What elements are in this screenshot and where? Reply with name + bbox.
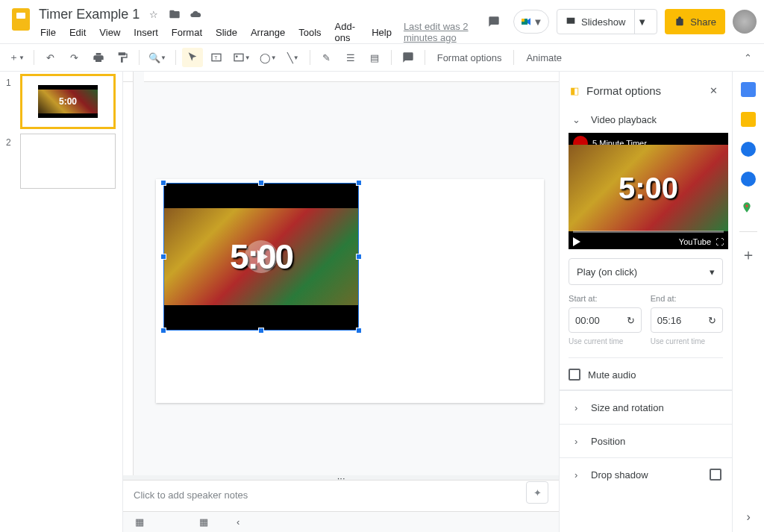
slide-thumb-2[interactable] (21, 134, 115, 188)
slide-stage[interactable]: 5:00 (134, 82, 559, 475)
menu-edit[interactable]: Edit (68, 25, 87, 40)
svg-point-3 (236, 55, 238, 57)
maps-icon[interactable] (741, 201, 756, 216)
start-at-input[interactable]: 00:00 ↻ (569, 307, 642, 333)
share-label: Share (690, 16, 716, 28)
menu-insert[interactable]: Insert (132, 25, 160, 40)
calendar-icon[interactable] (741, 82, 756, 97)
slides-logo[interactable] (7, 6, 34, 33)
menu-format[interactable]: Format (170, 25, 204, 40)
border-color-icon[interactable]: ✎ (316, 48, 337, 67)
refresh-icon[interactable]: ↻ (708, 315, 716, 326)
image-icon[interactable]: ▼ (230, 48, 254, 67)
thumb-timer: 5:00 (59, 96, 77, 107)
cloud-icon[interactable] (189, 7, 202, 21)
canvas-column: 5:00 ··· Click to add (123, 72, 559, 532)
close-icon[interactable]: ✕ (705, 82, 721, 98)
fullscreen-icon[interactable]: ⛶ (716, 237, 724, 246)
menu-view[interactable]: View (98, 25, 122, 40)
line-icon[interactable]: ╲▼ (283, 48, 304, 67)
animate-button[interactable]: Animate (520, 48, 568, 67)
video-playback-header[interactable]: ⌄ Video playback (560, 106, 732, 133)
menu-help[interactable]: Help (370, 25, 393, 40)
preview-play-icon[interactable] (573, 237, 580, 246)
comment-history-icon[interactable] (482, 10, 506, 34)
main-body: 1 5:00 2 5:00 (0, 72, 764, 532)
refresh-icon[interactable]: ↻ (627, 315, 635, 326)
slide-thumb-1[interactable]: 5:00 (21, 75, 115, 128)
mute-checkbox[interactable] (569, 369, 580, 381)
video-object[interactable]: 5:00 (163, 183, 359, 331)
mute-label: Mute audio (588, 369, 636, 381)
share-button[interactable]: Share (665, 9, 725, 34)
shape-icon[interactable]: ◯▼ (257, 48, 280, 67)
video-progress[interactable] (573, 231, 724, 233)
last-edit-link[interactable]: Last edit was 2 minutes ago (404, 21, 482, 43)
end-at-input[interactable]: 05:16 ↻ (651, 307, 724, 333)
start-hint[interactable]: Use current time (569, 337, 642, 345)
start-at-value: 00:00 (575, 315, 600, 326)
account-avatar[interactable] (733, 10, 757, 34)
collapse-filmstrip-icon[interactable]: ‹ (229, 513, 247, 531)
size-rotation-section[interactable]: › Size and rotation (560, 390, 732, 424)
drop-shadow-section[interactable]: › Drop shadow (560, 457, 732, 491)
chevron-right-icon: › (570, 435, 582, 447)
size-rotation-label: Size and rotation (591, 402, 664, 413)
print-icon[interactable] (88, 48, 109, 67)
move-icon[interactable] (168, 7, 181, 21)
chevron-right-icon: › (570, 469, 582, 481)
text-box-icon[interactable]: T (206, 48, 227, 67)
slide-number-1: 1 (6, 75, 16, 88)
tasks-icon[interactable] (741, 142, 756, 157)
svg-text:T: T (214, 55, 217, 60)
toolbar: ＋▼ ↶ ↷ 🔍▼ T ▼ ◯▼ ╲▼ ✎ ☰ ▤ Format options… (0, 43, 764, 72)
slideshow-button[interactable]: Slideshow ▼ (557, 9, 657, 34)
menu-slide[interactable]: Slide (214, 25, 239, 40)
notes-placeholder: Click to add speaker notes (134, 489, 248, 501)
meet-button[interactable]: ▼ (513, 10, 549, 34)
keep-icon[interactable] (741, 112, 756, 127)
play-mode-select[interactable]: Play (on click) ▾ (569, 258, 723, 285)
play-overlay-icon[interactable] (245, 240, 278, 273)
title-block: Timer Example 1 ☆ File Edit View Insert … (39, 6, 482, 40)
side-panel-rail: ＋ › (732, 72, 764, 532)
speaker-notes[interactable]: Click to add speaker notes ✦ (123, 480, 559, 511)
contacts-icon[interactable] (741, 172, 756, 187)
redo-icon[interactable]: ↷ (64, 48, 85, 67)
menu-addons[interactable]: Add-ons (334, 19, 360, 45)
undo-icon[interactable]: ↶ (40, 48, 61, 67)
position-section[interactable]: › Position (560, 424, 732, 457)
collapse-toolbar-icon[interactable]: ⌃ (737, 48, 758, 67)
position-label: Position (591, 436, 625, 447)
chevron-right-icon: › (570, 401, 582, 413)
border-dash-icon[interactable]: ▤ (364, 48, 385, 67)
slideshow-dropdown[interactable]: ▼ (634, 9, 649, 34)
doc-title[interactable]: Timer Example 1 (39, 7, 140, 22)
youtube-label: YouTube (679, 237, 711, 246)
menu-arrange[interactable]: Arrange (249, 25, 286, 40)
paint-format-icon[interactable] (112, 48, 133, 67)
panel-icon: ◧ (570, 85, 579, 96)
slide-canvas[interactable]: 5:00 (156, 179, 544, 403)
video-playback-title: Video playback (591, 114, 721, 125)
format-options-panel: ◧ Format options ✕ ⌄ Video playback 5 Mi… (559, 72, 732, 532)
select-tool-icon[interactable] (182, 48, 203, 67)
add-addon-icon[interactable]: ＋ (741, 247, 756, 262)
video-preview[interactable]: 5 Minute Timer 5:00 YouTube ⛶ (569, 133, 728, 249)
explore-button[interactable]: ✦ (526, 481, 548, 504)
menu-tools[interactable]: Tools (297, 25, 322, 40)
border-weight-icon[interactable]: ☰ (340, 48, 361, 67)
drop-shadow-checkbox[interactable] (710, 469, 721, 481)
mute-audio-row[interactable]: Mute audio (569, 369, 723, 381)
comment-icon[interactable] (398, 48, 419, 67)
menu-file[interactable]: File (39, 25, 57, 40)
end-hint[interactable]: Use current time (651, 337, 724, 345)
grid-view-icon[interactable]: ▦ (195, 513, 213, 531)
filmstrip-view-icon[interactable]: ▦ (131, 513, 148, 531)
zoom-icon[interactable]: 🔍▼ (145, 48, 169, 67)
filmstrip: 1 5:00 2 (0, 72, 123, 532)
star-icon[interactable]: ☆ (147, 7, 160, 21)
format-options-button[interactable]: Format options (431, 48, 508, 67)
new-slide-button[interactable]: ＋▼ (6, 48, 28, 67)
hide-rail-icon[interactable]: › (741, 510, 756, 525)
